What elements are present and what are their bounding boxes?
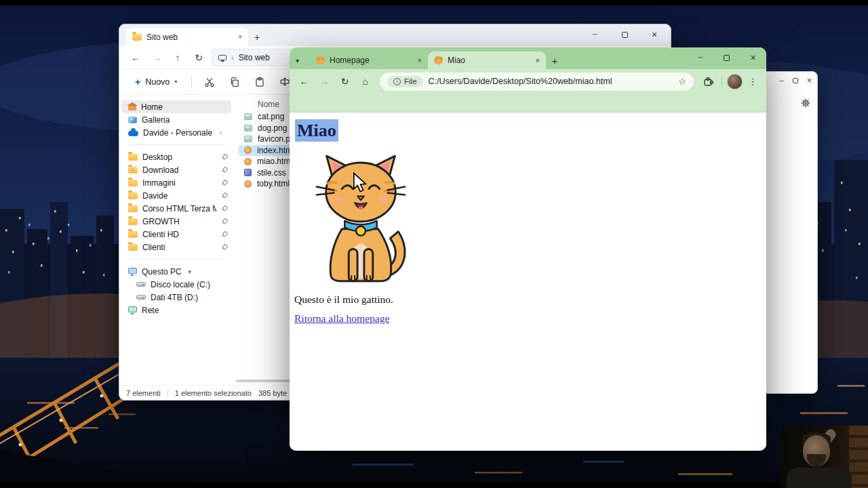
- sidebar-item-clienti-hd[interactable]: Clienti HD: [121, 228, 231, 241]
- css-file-icon: [244, 169, 252, 176]
- drive-icon: [136, 282, 146, 287]
- profile-avatar[interactable]: [727, 74, 743, 89]
- back-icon: ←: [131, 53, 140, 62]
- maximize-button[interactable]: [610, 24, 639, 45]
- divider: [128, 144, 224, 145]
- sidebar-item-corso-html[interactable]: Corso HTML Terza Media: [121, 202, 231, 215]
- address-bar[interactable]: i File C:/Users/Davide/Desktop/Sito%20we…: [380, 73, 694, 91]
- cut-button[interactable]: [199, 73, 220, 92]
- tab-strip: ▾ Homepage × Miao × + ─ ×: [290, 47, 766, 69]
- homepage-link[interactable]: Ritorna alla homepage: [294, 312, 389, 325]
- close-icon: ×: [750, 53, 755, 62]
- drive-icon: [136, 295, 146, 300]
- paragraph: Questo è il mio gattino.: [294, 293, 393, 306]
- tab-close-icon[interactable]: ×: [418, 57, 422, 64]
- sidebar-item-home[interactable]: Home: [121, 100, 231, 113]
- explorer-tab-sito-web[interactable]: Sito web ×: [126, 28, 248, 46]
- extensions-button[interactable]: [699, 73, 717, 90]
- html-file-icon: [244, 180, 252, 188]
- tab-close-icon[interactable]: ×: [536, 57, 540, 64]
- tab-close-icon[interactable]: ×: [238, 34, 242, 41]
- minimize-icon[interactable]: ─: [780, 78, 784, 84]
- new-button[interactable]: + Nuovo ▾: [127, 73, 184, 91]
- refresh-button[interactable]: ↻: [191, 49, 207, 66]
- close-icon[interactable]: ×: [807, 77, 812, 85]
- minimize-icon: ─: [592, 31, 597, 38]
- folder-icon: [128, 192, 138, 199]
- url-text: C:/Users/Davide/Desktop/Sito%20web/miao.…: [429, 77, 673, 86]
- cat-favicon: [316, 56, 325, 64]
- new-tab-button[interactable]: +: [248, 28, 266, 46]
- maximize-icon[interactable]: [793, 78, 798, 83]
- paste-button[interactable]: [249, 73, 271, 92]
- forward-button[interactable]: →: [149, 49, 165, 66]
- back-button[interactable]: ←: [295, 73, 313, 91]
- sidebar-item-galleria[interactable]: Galleria: [121, 113, 231, 126]
- reload-button[interactable]: ↻: [336, 73, 354, 91]
- bookmarks-bar[interactable]: [290, 94, 766, 113]
- close-button[interactable]: ×: [639, 24, 669, 45]
- forward-button[interactable]: →: [315, 73, 334, 91]
- maximize-button[interactable]: [713, 47, 740, 68]
- file-name: stile.css: [257, 168, 286, 178]
- new-tab-button[interactable]: +: [546, 52, 564, 69]
- pin-icon: [220, 191, 229, 200]
- sidebar-item-label: Desktop: [142, 152, 172, 162]
- scheme-label: File: [404, 77, 417, 85]
- sidebar-item-label: Disco locale (C:): [151, 280, 210, 289]
- sidebar-item-clienti[interactable]: Clienti: [121, 241, 231, 253]
- folder-icon: [128, 231, 138, 238]
- selection-size: 385 byte: [258, 389, 287, 397]
- tab-miao[interactable]: Miao ×: [428, 52, 546, 69]
- minimize-button[interactable]: ─: [580, 24, 610, 45]
- pin-icon: [220, 230, 229, 239]
- window-controls: ─ ×: [687, 47, 766, 68]
- tab-title: Homepage: [330, 56, 413, 65]
- plus-icon: +: [135, 77, 140, 87]
- sidebar-item-dati-4tb-d[interactable]: Dati 4TB (D:): [121, 291, 231, 304]
- minimize-button[interactable]: ─: [687, 47, 713, 68]
- close-button[interactable]: ×: [740, 47, 766, 68]
- sidebar-item-onedrive[interactable]: Davide - Personale ›: [121, 126, 231, 139]
- sidebar-item-rete[interactable]: Rete: [121, 304, 231, 317]
- sidebar-item-immagini[interactable]: Immagini: [121, 176, 231, 189]
- scheme-chip[interactable]: i File: [387, 76, 423, 87]
- sidebar-item-label: Clienti: [142, 243, 165, 252]
- divider: [722, 76, 722, 87]
- sidebar-item-desktop[interactable]: Desktop: [121, 150, 231, 163]
- tab-homepage[interactable]: Homepage ×: [310, 52, 428, 69]
- image-file-icon: [244, 136, 252, 142]
- home-icon: ⌂: [362, 76, 368, 87]
- back-icon: ←: [300, 76, 309, 87]
- breadcrumb[interactable]: Sito web: [239, 53, 270, 62]
- chevron-right-icon[interactable]: ›: [217, 129, 224, 136]
- chevron-down-icon[interactable]: ▾: [186, 268, 193, 275]
- up-button[interactable]: ↑: [170, 49, 186, 66]
- forward-icon: →: [320, 76, 330, 87]
- onedrive-cloud-icon: [128, 131, 138, 136]
- new-button-label: Nuovo: [145, 77, 170, 87]
- gallery-icon: [128, 117, 137, 123]
- bookmark-star-icon[interactable]: ☆: [678, 77, 686, 86]
- sidebar-item-growth[interactable]: GROWTH: [121, 215, 231, 228]
- copy-button[interactable]: [224, 73, 245, 92]
- menu-button[interactable]: ⋮: [745, 73, 761, 90]
- settings-gear-icon[interactable]: [800, 98, 811, 111]
- page-heading: Miao: [295, 121, 338, 141]
- network-icon: [128, 306, 137, 312]
- back-button[interactable]: ←: [127, 49, 144, 66]
- minimize-icon: ─: [698, 54, 703, 61]
- divider: [128, 259, 224, 260]
- tab-search-icon[interactable]: ▾: [296, 58, 299, 64]
- this-pc-icon: [128, 268, 137, 274]
- close-icon: ×: [652, 30, 657, 39]
- sidebar-item-questo-pc[interactable]: Questo PC ▾: [121, 265, 231, 278]
- person-body: [787, 468, 852, 488]
- folder-icon: [128, 218, 138, 225]
- paste-icon: [254, 77, 265, 87]
- home-button[interactable]: ⌂: [356, 73, 374, 91]
- sidebar-item-download[interactable]: Download: [121, 163, 231, 176]
- file-name: miao.html: [257, 157, 292, 166]
- sidebar-item-davide[interactable]: Davide: [121, 189, 231, 202]
- sidebar-item-disco-locale-c[interactable]: Disco locale (C:): [121, 278, 231, 291]
